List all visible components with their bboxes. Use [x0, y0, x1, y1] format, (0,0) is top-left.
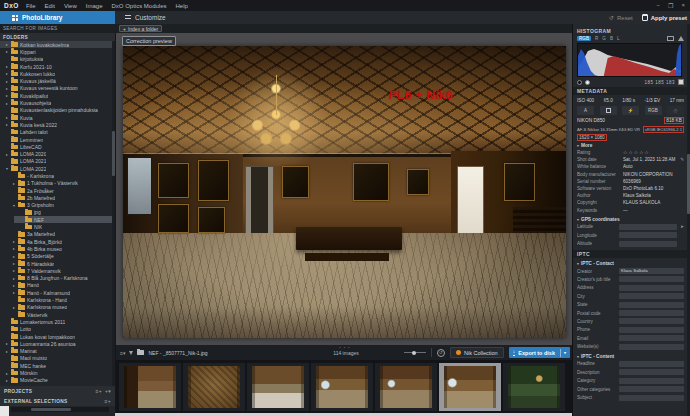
external-add-icon[interactable]: ≡+ — [105, 398, 111, 404]
folder-tree-item[interactable]: Hanö - Kalmarsund — [7, 289, 112, 296]
iptc-contact-toggle[interactable]: ▾IPTC - Contact — [577, 261, 684, 266]
apply-preset-button[interactable]: Apply preset — [642, 14, 687, 21]
histogram-channel-tab[interactable]: L — [617, 36, 620, 41]
thumbnail[interactable] — [375, 363, 437, 411]
menu-item[interactable]: Image — [86, 3, 103, 9]
histogram-channel-tab[interactable]: G — [602, 36, 606, 41]
folder-tree-item[interactable]: Maol muisto — [0, 355, 112, 362]
folder-tree-item[interactable]: jpg — [14, 209, 112, 216]
thumbnail[interactable] — [247, 363, 309, 411]
folders-header[interactable]: FOLDERS — [0, 33, 115, 41]
folder-tree-item[interactable]: Marinat — [0, 347, 112, 354]
folder-tree-item[interactable]: 8 Blå Jungfrun - Karlskrona — [7, 275, 112, 282]
folder-tree-item[interactable]: Korfu 2021-10 — [0, 63, 112, 70]
folder-tree-item[interactable]: Karlskrona - Hanö — [7, 296, 112, 303]
folder-tree-item[interactable]: Kuvia — [0, 114, 112, 121]
folder-tree-item[interactable]: Lotto — [0, 326, 112, 333]
histogram-channel-tab[interactable]: RGB — [577, 36, 591, 41]
folder-tree-item[interactable]: NEF — [14, 216, 112, 223]
iptc-content-toggle[interactable]: ▾IPTC - Content — [577, 354, 684, 359]
thumbnail[interactable] — [503, 363, 565, 411]
window-button[interactable]: × — [681, 2, 685, 9]
iptc-field-input[interactable] — [619, 378, 684, 384]
folder-tree-item[interactable]: 2b Mariefred — [7, 194, 112, 201]
edit-icon[interactable]: ✎ — [680, 157, 684, 162]
search-for-images-header[interactable]: SEARCH FOR IMAGES — [0, 26, 115, 31]
menu-item[interactable]: DxO Optics Modules — [111, 3, 166, 9]
folder-tree-item[interactable]: LOMA 2020 — [0, 150, 112, 157]
folder-tree-item[interactable]: Hanö — [7, 282, 112, 289]
folder-tree-item[interactable]: 7 Valdemarsvik — [7, 267, 112, 274]
filter-icon[interactable] — [129, 351, 133, 355]
iptc-header[interactable]: IPTC — [573, 250, 690, 258]
iptc-field-input[interactable] — [619, 369, 684, 375]
histogram-channel-tab[interactable]: B — [610, 36, 613, 41]
export-to-disk-button[interactable]: ↓ Export to disk ▾ — [509, 347, 570, 358]
folder-tree-item[interactable]: kirjoituksia — [0, 56, 112, 63]
folder-tree-item[interactable]: - Karlskrona — [7, 172, 112, 179]
thumbnail[interactable] — [439, 363, 501, 411]
folder-tree-item[interactable]: Västervik — [7, 311, 112, 318]
photo-preview[interactable]: PL6 + Nik6 — [123, 46, 566, 338]
gps-input[interactable] — [619, 224, 677, 230]
new-project-icon[interactable]: +▾ — [105, 388, 111, 394]
menu-item[interactable]: Help — [176, 3, 188, 9]
folder-tree-item[interactable]: 4a Birka_Björkö — [7, 238, 112, 245]
metadata-header[interactable]: METADATA — [573, 87, 690, 95]
folder-tree-item[interactable]: 2a Frösåker — [7, 187, 112, 194]
nik-collection-button[interactable]: Nik Collection — [450, 347, 504, 358]
folder-tree-item[interactable]: Kuvakilpailut — [0, 92, 112, 99]
rotate-icon[interactable]: ↺ — [437, 349, 445, 357]
folder-tree-item[interactable]: Kuvaus veneestä kuntoon — [0, 85, 112, 92]
iptc-field-input[interactable] — [619, 361, 684, 367]
gps-input[interactable] — [619, 241, 677, 247]
folder-tree-item[interactable]: Luomanranta 26 asuntoa — [0, 340, 112, 347]
folder-tree-item[interactable]: Kuvaustenlaskijoiden pinnahduksia — [0, 107, 112, 114]
iptc-field-input[interactable] — [619, 344, 684, 350]
monitor-icon[interactable] — [667, 36, 674, 41]
sidebar-scrollbar[interactable] — [112, 41, 115, 386]
folder-tree-item[interactable]: MovieCache — [0, 377, 112, 384]
folder-tree-item[interactable]: NIK — [14, 223, 112, 230]
filmstrip-drag-handle[interactable]: • • • — [338, 345, 352, 350]
folder-tree-item[interactable]: Kukkosen lukko — [0, 70, 112, 77]
thumbnail-size-slider[interactable] — [404, 352, 426, 353]
gps-input[interactable] — [619, 232, 677, 238]
folder-tree-item[interactable]: LOMA 2022 — [0, 165, 112, 172]
iptc-field-input[interactable]: Klaus Salkola — [619, 268, 684, 274]
iptc-field-input[interactable] — [619, 318, 684, 324]
tab-customize[interactable]: Customize — [115, 11, 176, 24]
folder-tree-item[interactable]: MEC hanke — [0, 362, 112, 369]
thumbnail[interactable] — [311, 363, 373, 411]
folder-tree-item[interactable]: Mörskin — [0, 369, 112, 376]
folder-tree-item[interactable]: 3 Gripsholm — [7, 202, 112, 209]
folder-tree-item[interactable]: 5 Södertälje — [7, 253, 112, 260]
iptc-field-input[interactable] — [619, 327, 684, 333]
folder-tree-item[interactable]: 4b Birka museo — [7, 245, 112, 252]
add-project-icon[interactable]: ≡+ — [96, 388, 102, 394]
folder-tree-item[interactable]: 6 Häradskär — [7, 260, 112, 267]
iptc-field-input[interactable] — [619, 395, 684, 401]
clipping-warning-icon[interactable] — [678, 36, 684, 41]
gps-section-toggle[interactable]: ▾GPS coordinates — [577, 217, 684, 222]
iptc-field-input[interactable] — [619, 386, 684, 392]
iptc-field-input[interactable] — [619, 335, 684, 341]
folder-tree-item[interactable]: Lomakertomus 2011 — [0, 318, 112, 325]
folder-tree-item[interactable]: Kuvaus jäskeillä — [0, 77, 112, 84]
menu-item[interactable]: Edit — [45, 3, 55, 9]
iptc-field-input[interactable] — [619, 302, 684, 308]
iptc-field-input[interactable] — [619, 285, 684, 291]
thumbnail[interactable] — [119, 363, 181, 411]
window-button[interactable]: ❐ — [668, 2, 673, 9]
sidebar-horizontal-scrollbar[interactable] — [11, 407, 109, 412]
iptc-field-input[interactable] — [619, 310, 684, 316]
window-button[interactable]: − — [657, 2, 661, 9]
iptc-field-input[interactable] — [619, 293, 684, 299]
index-a-folder-button[interactable]: + Index a folder — [119, 25, 162, 32]
shadow-clipping-icon[interactable] — [577, 80, 582, 85]
folder-tree-item[interactable]: Lukas kovat lompakkoon — [0, 333, 112, 340]
reset-button[interactable]: ↺ Reset — [609, 14, 633, 21]
sort-icon[interactable]: ≡▾ — [120, 350, 125, 356]
histogram-channel-tab[interactable]: R — [595, 36, 598, 41]
histogram-header[interactable]: HISTOGRAM — [577, 28, 684, 34]
